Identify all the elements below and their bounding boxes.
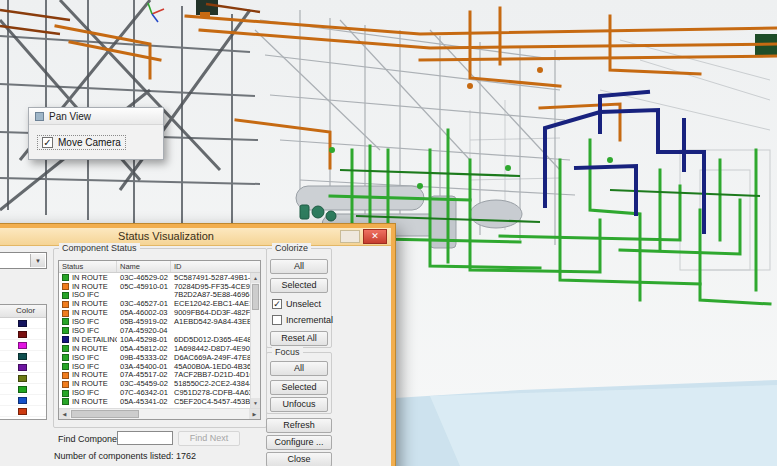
find-components-input[interactable] bbox=[117, 431, 173, 445]
status-table-body: IN ROUTE03C-46529-025C587491-5287-49B1-A… bbox=[59, 273, 250, 408]
legend-color-swatch bbox=[18, 331, 27, 338]
legend-color-swatch bbox=[18, 353, 27, 360]
find-next-button[interactable]: Find Next bbox=[178, 431, 240, 446]
legend-row[interactable] bbox=[0, 318, 46, 329]
table-row[interactable]: IN ROUTE07A-45517-027ACF2BB7-D21D-4D1C-9… bbox=[59, 371, 250, 380]
table-row[interactable]: IN ROUTE03C-46527-01ECE12042-EBC1-4AE1-8… bbox=[59, 300, 250, 309]
table-vscrollbar[interactable]: ▲ ▼ bbox=[250, 273, 260, 408]
configure-button[interactable]: Configure ... bbox=[266, 435, 332, 450]
help-button[interactable] bbox=[340, 230, 360, 243]
legend-row[interactable] bbox=[0, 406, 46, 417]
status-cell: IN ROUTE bbox=[59, 345, 117, 353]
component-id-cell: A1EBD542-9A84-43EE-9C7D-013BDF4F4 bbox=[171, 318, 250, 326]
status-color-swatch bbox=[62, 345, 69, 352]
unselect-checkbox[interactable]: ✓ Unselect bbox=[272, 299, 321, 309]
component-name-cell: 03C-46527-01 bbox=[117, 300, 171, 308]
status-cell: IN DETAILING bbox=[59, 336, 117, 344]
table-row[interactable]: ISO IFC07A-45920-04 bbox=[59, 326, 250, 335]
column-header-name[interactable]: Name bbox=[117, 261, 171, 272]
scroll-up-icon[interactable]: ▲ bbox=[251, 273, 260, 283]
table-row[interactable]: ISO IFC09B-45333-02D6AC669A-249F-47E8-A7… bbox=[59, 353, 250, 362]
focus-label: Focus bbox=[272, 347, 303, 357]
status-filter-dropdown[interactable]: ▼ bbox=[0, 252, 47, 269]
table-row[interactable]: IN DETAILING10A-45298-016DD5D012-D365-4E… bbox=[59, 335, 250, 344]
dialog-title: Status Visualization bbox=[0, 230, 391, 242]
scroll-right-icon[interactable]: ▶ bbox=[249, 409, 260, 419]
status-cell: IN ROUTE bbox=[59, 274, 117, 282]
table-row[interactable]: IN ROUTE05A-45812-021A698442-D8D7-4E90-8… bbox=[59, 344, 250, 353]
column-header-id[interactable]: ID bbox=[171, 261, 260, 272]
legend-color-swatch bbox=[18, 408, 27, 415]
status-text: IN DETAILING bbox=[72, 336, 117, 344]
table-row[interactable]: ISO IFC05B-45919-02A1EBD542-9A84-43EE-9C… bbox=[59, 317, 250, 326]
status-text: IN ROUTE bbox=[72, 371, 108, 379]
move-camera-checkbox[interactable]: ✓ Move Camera bbox=[38, 136, 125, 149]
component-id-cell: 1A698442-D8D7-4E90-8626-01B1D93BF3 bbox=[171, 345, 250, 353]
legend-row[interactable] bbox=[0, 340, 46, 351]
status-cell: ISO IFC bbox=[59, 318, 117, 326]
table-row[interactable]: ISO IFC7B2D2A87-5E88-4696-8D72-002C52261… bbox=[59, 291, 250, 300]
vscroll-thumb[interactable] bbox=[252, 284, 259, 310]
scroll-down-icon[interactable]: ▼ bbox=[251, 398, 260, 408]
table-row[interactable]: IN ROUTE05A-46002-039009FB64-DD3F-482F-8… bbox=[59, 309, 250, 318]
close-icon[interactable]: ✕ bbox=[363, 229, 387, 244]
status-color-swatch bbox=[62, 336, 69, 343]
chevron-down-icon: ▼ bbox=[30, 254, 45, 267]
hscroll-thumb[interactable] bbox=[71, 410, 139, 418]
status-cell: IN ROUTE bbox=[59, 309, 117, 317]
table-hscrollbar[interactable]: ◀ ▶ bbox=[59, 408, 260, 419]
unselect-label: Unselect bbox=[286, 299, 321, 309]
colorize-selected-button[interactable]: Selected bbox=[270, 278, 328, 293]
component-name-cell: 07A-45517-02 bbox=[117, 371, 171, 379]
legend-row[interactable] bbox=[0, 384, 46, 395]
component-id-cell: 6DD5D012-D365-4E48-BD7B-0181DC9D0 bbox=[171, 336, 250, 344]
focus-all-button[interactable]: All bbox=[270, 361, 328, 376]
component-status-table: Status Name ID IN ROUTE03C-46529-025C587… bbox=[58, 260, 261, 420]
table-row[interactable]: IN ROUTE03C-45459-02518550C2-2CE2-4384-9… bbox=[59, 380, 250, 389]
column-header-status[interactable]: Status bbox=[59, 261, 117, 272]
legend-row[interactable] bbox=[0, 351, 46, 362]
status-color-swatch bbox=[62, 363, 69, 370]
table-row[interactable]: ISO IFC07C-46342-01C951D278-CDFB-4A63-AF… bbox=[59, 389, 250, 398]
close-button[interactable]: Close bbox=[266, 452, 332, 466]
colorize-group: Colorize All Selected ✓ Unselect Increme… bbox=[266, 248, 332, 348]
legend-row[interactable] bbox=[0, 362, 46, 373]
component-id-cell: D6AC669A-249F-47E8-A757-01E47ED63 bbox=[171, 354, 250, 362]
status-color-swatch bbox=[62, 292, 69, 299]
legend-color-swatch bbox=[18, 386, 27, 393]
legend-row[interactable] bbox=[0, 373, 46, 384]
status-text: ISO IFC bbox=[72, 363, 99, 371]
table-row[interactable]: IN ROUTE05C-45910-0170284D95-FF35-4CE9-9… bbox=[59, 282, 250, 291]
legend-color-swatch bbox=[18, 397, 27, 404]
component-count-status: Number of components listed: 1762 bbox=[54, 451, 196, 461]
table-row[interactable]: IN ROUTE05A-45341-02C5EF20C4-5457-453B-B… bbox=[59, 397, 250, 406]
status-color-swatch bbox=[62, 318, 69, 325]
colorize-all-button[interactable]: All bbox=[270, 259, 328, 274]
component-status-label: Component Status bbox=[59, 243, 140, 253]
scroll-left-icon[interactable]: ◀ bbox=[59, 409, 70, 419]
status-color-swatch bbox=[62, 354, 69, 361]
status-text: ISO IFC bbox=[72, 327, 99, 335]
table-row[interactable]: IN ROUTE03C-46529-025C587491-5287-49B1-A… bbox=[59, 273, 250, 282]
focus-group: Focus All Selected Unfocus bbox=[266, 352, 332, 414]
status-text: IN ROUTE bbox=[72, 309, 108, 317]
legend-row[interactable] bbox=[0, 329, 46, 340]
unfocus-button[interactable]: Unfocus bbox=[270, 397, 328, 412]
pan-view-titlebar[interactable]: Pan View bbox=[29, 108, 163, 125]
incremental-label: Incremental bbox=[286, 315, 333, 325]
status-color-swatch bbox=[62, 381, 69, 388]
color-legend-list: Color bbox=[0, 304, 47, 420]
status-color-swatch bbox=[62, 327, 69, 334]
status-text: IN ROUTE bbox=[72, 380, 108, 388]
color-column-header[interactable]: Color bbox=[0, 305, 46, 318]
legend-color-swatch bbox=[18, 320, 27, 327]
component-name-cell: 05A-45341-02 bbox=[117, 398, 171, 406]
reset-all-button[interactable]: Reset All bbox=[270, 331, 328, 346]
table-row[interactable]: ISO IFC03A-45400-0145A00B0A-1ED0-4B36-98… bbox=[59, 362, 250, 371]
legend-row[interactable] bbox=[0, 395, 46, 406]
incremental-checkbox[interactable]: Incremental bbox=[272, 315, 333, 325]
status-cell: IN ROUTE bbox=[59, 398, 117, 406]
focus-selected-button[interactable]: Selected bbox=[270, 380, 328, 395]
refresh-button[interactable]: Refresh bbox=[266, 418, 332, 433]
component-id-cell: ECE12042-EBC1-4AE1-8792-00E689CE01 bbox=[171, 300, 250, 308]
